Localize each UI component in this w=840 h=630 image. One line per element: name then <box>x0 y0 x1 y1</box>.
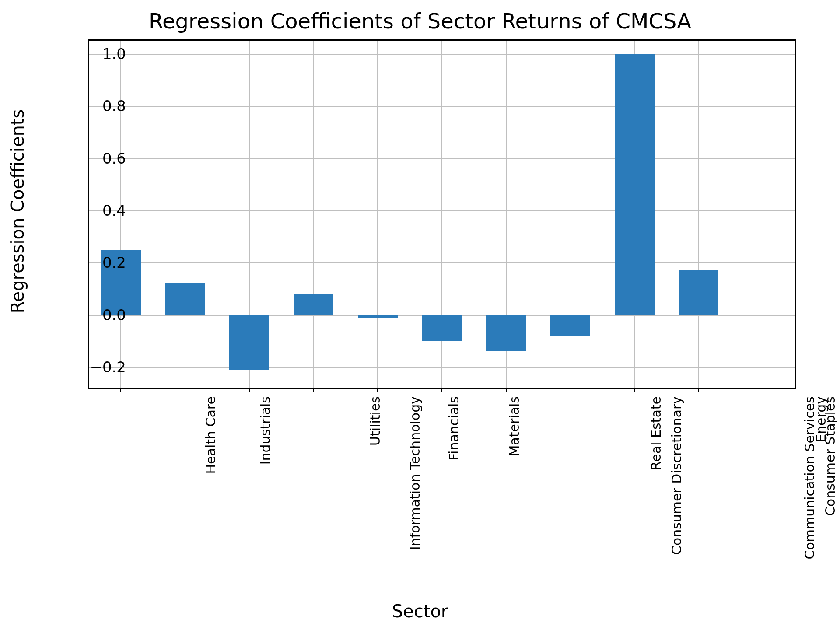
x-tick <box>120 388 121 392</box>
x-tick-label: Industrials <box>258 396 273 465</box>
x-tick-label: Financials <box>446 396 462 461</box>
x-tick <box>313 388 314 392</box>
bar <box>422 315 462 341</box>
x-tick <box>249 388 250 392</box>
grid-line-vertical <box>570 41 570 388</box>
y-tick-label: 0.8 <box>102 97 126 115</box>
bar <box>486 315 526 352</box>
x-tick-label: Health Care <box>203 396 218 474</box>
bar <box>550 315 590 336</box>
chart-title: Regression Coefficients of Sector Return… <box>0 9 840 33</box>
plot-area <box>88 39 796 389</box>
x-tick <box>763 388 763 392</box>
y-axis-label: Regression Coefficients <box>7 109 28 314</box>
y-tick-label: 0.2 <box>102 254 126 271</box>
x-tick-label: Utilities <box>367 396 382 446</box>
y-tick-label: −0.2 <box>90 358 126 376</box>
y-tick-label: 1.0 <box>102 45 126 63</box>
y-tick-label: 0.4 <box>102 202 126 219</box>
bar <box>229 315 269 370</box>
grid-line-vertical <box>763 41 763 388</box>
x-tick-label: Real Estate <box>649 396 664 470</box>
bar <box>294 294 333 315</box>
y-tick-label: 0.6 <box>102 150 126 167</box>
x-tick-label: Consumer Discretionary <box>669 396 684 555</box>
x-tick <box>698 388 699 392</box>
x-axis-label: Sector <box>0 601 840 621</box>
grid-line-vertical <box>377 41 378 388</box>
x-tick <box>506 388 507 392</box>
x-tick <box>377 388 378 392</box>
grid-line-vertical <box>313 41 314 388</box>
x-tick-label: Information Technology <box>407 396 423 550</box>
x-tick-label: Energy <box>813 396 829 442</box>
bar <box>165 284 205 315</box>
grid-line-vertical <box>185 41 186 388</box>
x-tick <box>634 388 635 392</box>
grid-line-vertical <box>698 41 699 388</box>
bar <box>615 54 654 315</box>
x-tick <box>441 388 442 392</box>
chart-figure: Regression Coefficients of Sector Return… <box>0 0 840 630</box>
x-tick <box>570 388 570 392</box>
x-tick-label: Materials <box>507 396 522 457</box>
y-tick-label: 0.0 <box>102 306 126 324</box>
x-tick <box>185 388 186 392</box>
bar <box>358 315 398 318</box>
bar <box>679 270 718 315</box>
